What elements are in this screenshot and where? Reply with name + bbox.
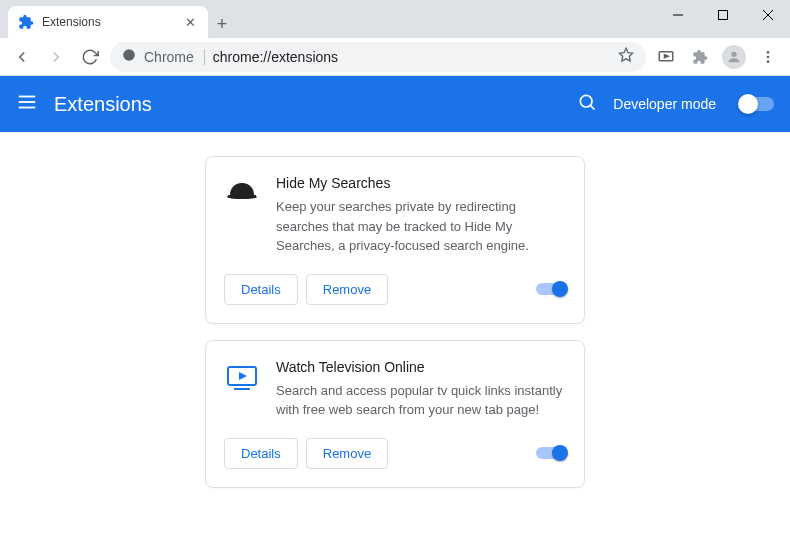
svg-marker-7 xyxy=(665,54,669,57)
extension-description: Keep your searches private by redirectin… xyxy=(276,197,566,256)
svg-line-16 xyxy=(591,106,595,110)
svg-point-8 xyxy=(731,51,736,56)
tab-title: Extensions xyxy=(42,15,175,29)
incognito-hat-icon xyxy=(224,175,260,211)
close-window-button[interactable] xyxy=(745,0,790,30)
svg-rect-1 xyxy=(718,11,727,20)
url-text: chrome://extensions xyxy=(213,49,610,65)
enable-toggle[interactable] xyxy=(536,283,566,295)
reload-button[interactable] xyxy=(76,43,104,71)
minimize-button[interactable] xyxy=(655,0,700,30)
svg-point-4 xyxy=(123,49,135,61)
svg-marker-5 xyxy=(619,48,632,61)
search-icon[interactable] xyxy=(577,92,597,116)
remove-button[interactable]: Remove xyxy=(306,438,388,469)
extension-name: Hide My Searches xyxy=(276,175,566,191)
details-button[interactable]: Details xyxy=(224,274,298,305)
profile-avatar[interactable] xyxy=(720,43,748,71)
extensions-header: Extensions Developer mode xyxy=(0,76,790,132)
url-prefix: Chrome xyxy=(144,49,205,65)
browser-tab[interactable]: Extensions ✕ xyxy=(8,6,208,38)
close-tab-icon[interactable]: ✕ xyxy=(183,13,198,32)
svg-marker-19 xyxy=(239,372,247,380)
window-titlebar: Extensions ✕ + xyxy=(0,0,790,38)
svg-point-10 xyxy=(767,55,770,58)
extension-card: Watch Television Online Search and acces… xyxy=(205,340,585,488)
forward-button[interactable] xyxy=(42,43,70,71)
extension-favicon-icon xyxy=(18,14,34,30)
developer-mode-label: Developer mode xyxy=(613,96,716,112)
window-controls xyxy=(655,0,790,30)
enable-toggle[interactable] xyxy=(536,447,566,459)
svg-point-9 xyxy=(767,51,770,54)
extension-description: Search and access popular tv quick links… xyxy=(276,381,566,420)
bookmark-star-icon[interactable] xyxy=(618,47,634,67)
page-title: Extensions xyxy=(54,93,561,116)
chrome-info-icon xyxy=(122,48,136,66)
remove-button[interactable]: Remove xyxy=(306,274,388,305)
developer-mode-toggle[interactable] xyxy=(740,97,774,111)
extensions-list: Hide My Searches Keep your searches priv… xyxy=(0,132,790,533)
new-tab-button[interactable]: + xyxy=(208,10,236,38)
extension-card: Hide My Searches Keep your searches priv… xyxy=(205,156,585,324)
address-bar[interactable]: Chrome chrome://extensions xyxy=(110,42,646,72)
maximize-button[interactable] xyxy=(700,0,745,30)
svg-point-15 xyxy=(581,95,593,107)
back-button[interactable] xyxy=(8,43,36,71)
svg-point-17 xyxy=(227,195,257,199)
cast-icon[interactable] xyxy=(652,43,680,71)
browser-toolbar: Chrome chrome://extensions xyxy=(0,38,790,76)
menu-dots-icon[interactable] xyxy=(754,43,782,71)
svg-point-11 xyxy=(767,60,770,63)
details-button[interactable]: Details xyxy=(224,438,298,469)
hamburger-menu-icon[interactable] xyxy=(16,91,38,117)
tv-play-icon xyxy=(224,359,260,395)
extensions-puzzle-icon[interactable] xyxy=(686,43,714,71)
extension-name: Watch Television Online xyxy=(276,359,566,375)
